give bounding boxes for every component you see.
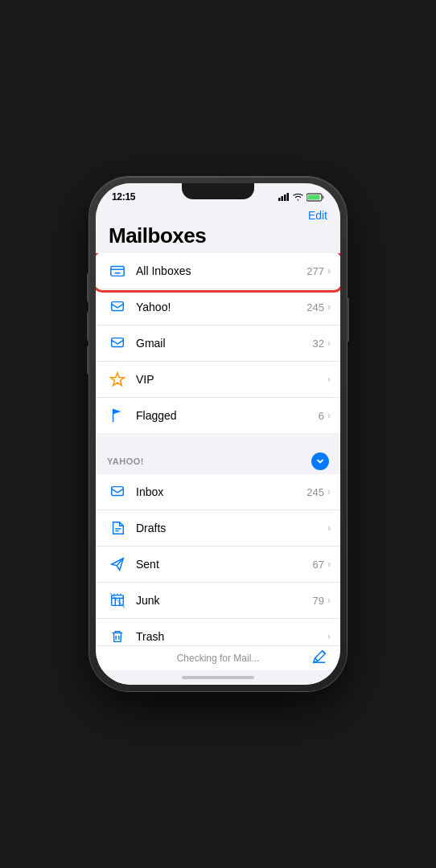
signal-icon xyxy=(278,193,290,201)
gmail-inbox-icon xyxy=(107,333,128,354)
svg-rect-2 xyxy=(284,194,286,201)
drafts-item[interactable]: Drafts › xyxy=(96,510,340,547)
all-inboxes-label: All Inboxes xyxy=(136,264,306,277)
yahoo-inbox-chevron: › xyxy=(327,486,331,497)
vip-chevron: › xyxy=(327,374,331,385)
inbox-icon xyxy=(107,481,128,502)
wifi-icon xyxy=(293,193,303,201)
all-inboxes-chevron: › xyxy=(327,265,331,276)
yahoo-label: Yahoo! xyxy=(136,301,306,313)
drafts-label: Drafts xyxy=(136,522,324,534)
junk-label: Junk xyxy=(136,594,313,607)
flagged-item[interactable]: Flagged 6 › xyxy=(96,398,340,433)
svg-rect-6 xyxy=(308,194,320,199)
status-time: 12:15 xyxy=(112,191,135,203)
flagged-label: Flagged xyxy=(136,409,319,422)
phone-frame: 12:15 xyxy=(89,177,347,691)
drafts-chevron: › xyxy=(327,522,331,534)
trash-icon xyxy=(107,626,128,645)
svg-rect-1 xyxy=(282,196,284,201)
yahoo-items-section: Inbox 245 › Drafts xyxy=(96,474,340,645)
yahoo-inbox-label: Inbox xyxy=(136,485,306,498)
mailbox-list: All Inboxes 277 › Yahoo! 245 › xyxy=(96,253,340,645)
bottom-toolbar: Checking for Mail... xyxy=(96,645,340,670)
svg-rect-3 xyxy=(287,193,290,201)
yahoo-inbox-count: 245 xyxy=(306,486,324,498)
edit-button-container: Edit xyxy=(109,209,327,222)
sent-item[interactable]: Sent 67 › xyxy=(96,547,340,583)
notch xyxy=(182,183,254,199)
compose-icon xyxy=(311,649,327,665)
vip-item[interactable]: VIP › xyxy=(96,362,340,398)
yahoo-section-collapse-btn[interactable] xyxy=(311,452,329,470)
junk-item[interactable]: Junk 79 › xyxy=(96,583,340,619)
phone-screen: 12:15 xyxy=(96,183,340,685)
yahoo-count: 245 xyxy=(306,301,324,313)
sent-chevron: › xyxy=(327,559,331,570)
svg-rect-7 xyxy=(111,267,124,276)
battery-icon xyxy=(306,193,324,202)
status-bar: 12:15 xyxy=(96,183,340,206)
trash-label: Trash xyxy=(136,630,324,643)
svg-rect-0 xyxy=(278,198,281,201)
top-section: All Inboxes 277 › Yahoo! 245 › xyxy=(96,253,340,433)
sent-count: 67 xyxy=(313,559,324,571)
yahoo-section-title: YAHOO! xyxy=(107,457,144,466)
flagged-count: 6 xyxy=(319,410,324,422)
flagged-chevron: › xyxy=(327,410,331,421)
vip-star-icon xyxy=(107,369,128,390)
svg-marker-8 xyxy=(110,373,124,386)
sent-icon xyxy=(107,554,128,575)
yahoo-chevron: › xyxy=(327,301,331,313)
trash-chevron: › xyxy=(327,631,331,642)
status-icons xyxy=(278,193,324,202)
all-inboxes-count: 277 xyxy=(306,265,324,277)
home-bar xyxy=(182,676,254,679)
yahoo-section-header: YAHOO! xyxy=(96,446,340,474)
junk-count: 79 xyxy=(313,595,324,607)
gmail-chevron: › xyxy=(327,338,331,349)
flag-icon xyxy=(107,405,128,426)
yahoo-item[interactable]: Yahoo! 245 › xyxy=(96,289,340,326)
draft-icon xyxy=(107,518,128,538)
checking-text: Checking for Mail... xyxy=(177,653,260,664)
chevron-down-icon xyxy=(315,457,325,466)
page-title: Mailboxes xyxy=(109,223,327,248)
header: Edit Mailboxes xyxy=(96,206,340,253)
gmail-count: 32 xyxy=(313,338,324,350)
inbox-all-icon xyxy=(107,260,128,281)
svg-rect-5 xyxy=(323,195,324,199)
yahoo-inbox-icon xyxy=(107,297,128,317)
junk-chevron: › xyxy=(327,595,331,606)
yahoo-inbox-item[interactable]: Inbox 245 › xyxy=(96,474,340,510)
home-indicator xyxy=(96,670,340,685)
compose-button[interactable] xyxy=(311,649,327,668)
all-inboxes-item[interactable]: All Inboxes 277 › xyxy=(96,253,340,289)
junk-icon xyxy=(107,590,128,611)
vip-label: VIP xyxy=(136,373,324,386)
gmail-item[interactable]: Gmail 32 › xyxy=(96,326,340,362)
sent-label: Sent xyxy=(136,558,313,571)
section-gap xyxy=(96,433,340,446)
gmail-label: Gmail xyxy=(136,337,313,350)
edit-button[interactable]: Edit xyxy=(308,209,327,222)
trash-item[interactable]: Trash › xyxy=(96,619,340,645)
